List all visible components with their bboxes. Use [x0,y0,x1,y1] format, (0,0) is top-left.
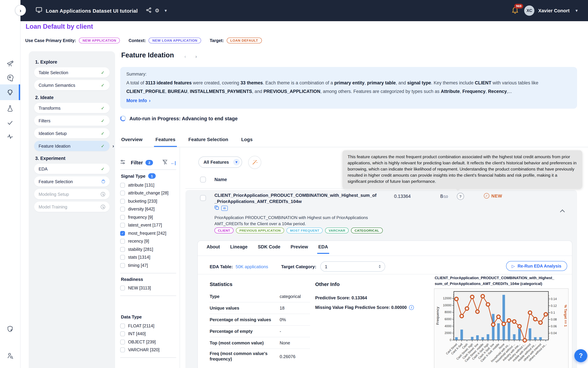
feature-score: 0.13364 [394,194,411,199]
feature-scope-dropdown[interactable]: All Features ▼ [198,156,242,168]
checkbox[interactable] [120,207,125,212]
collapse-panel-icon[interactable]: ←| [170,160,176,165]
filter-option-varchar[interactable]: VARCHAR [320] [120,346,180,354]
filter-option-stability[interactable]: stability [281] [120,245,180,253]
filter-option-most_frequent[interactable]: most_frequent [242] [120,229,180,237]
checkbox[interactable] [120,199,125,204]
sidebar-item-column-semantics[interactable]: Column Semantics [34,80,110,90]
context-badge[interactable]: NEW LOAN APPLICATION [149,37,201,43]
detail-tab-eda[interactable]: EDA [318,244,328,254]
collapse-row-chevron-icon[interactable] [560,209,564,213]
expand-sidebar-button[interactable]: › [15,5,26,16]
filter-option-float[interactable]: FLOAT [2114] [120,322,180,330]
checkbox[interactable] [120,247,125,252]
checkbox[interactable] [120,255,125,260]
svg-text:2000: 2000 [445,331,451,335]
notifications-bell[interactable]: 969 [512,6,521,15]
filter-option-diversity[interactable]: diversity [642] [120,205,180,213]
target-badge[interactable]: LOAN DEFAULT [227,37,262,43]
gear-icon[interactable]: ⚙ [155,8,160,14]
detail-tab-about[interactable]: About [207,244,220,254]
stat-label: Percentage of empty [210,329,280,334]
filter-option-latest_event[interactable]: latest_event [177] [120,221,180,229]
filter-option-new[interactable]: NEW [3113] [120,284,180,292]
filter-option-frequency[interactable]: frequency [9] [120,213,180,221]
filter-option-int[interactable]: INT [440] [120,330,180,338]
stat-value: 18 [280,305,285,311]
user-menu-caret-icon[interactable]: ▼ [575,9,579,13]
checkbox[interactable] [120,239,125,244]
filter-option-label: attribute_change [28] [128,191,169,196]
share-icon[interactable] [146,7,152,14]
sidebar-item-transforms[interactable]: Transforms [34,103,110,113]
nav-section-title: 2. Ideate [35,95,115,100]
checkbox[interactable] [120,231,125,236]
chevron-down-icon[interactable]: ▼ [164,9,168,13]
filter-option-attribute_change[interactable]: attribute_change [28] [120,189,180,197]
context-label: Context: [129,38,146,43]
detail-tab-lineage[interactable]: Lineage [230,244,248,254]
entity-badge[interactable]: NEW APPLICATION [79,37,120,43]
next-step-chevron-icon[interactable]: › [195,54,197,59]
experiment-flask-icon[interactable] [0,101,20,116]
select-all-checkbox[interactable] [200,177,206,183]
sidebar-item-modeling-setup[interactable]: Modeling Setup [34,189,110,199]
filter-option-label: OBJECT [239] [128,340,156,344]
filter-option-stats[interactable]: stats [1314] [120,253,180,261]
filter-option-recency[interactable]: recency [9] [120,237,180,245]
row-checkbox[interactable] [200,195,206,201]
svg-text:0.14: 0.14 [551,297,557,301]
sidebar-item-filters[interactable]: Filters [34,116,110,126]
avatar[interactable]: XC [524,5,535,16]
sidebar-item-ideation-setup[interactable]: Ideation Setup [34,128,110,138]
filter-option-bucketing[interactable]: bucketing [233] [120,197,180,205]
info-icon[interactable]: i [409,305,414,310]
help-question-icon[interactable]: ? [457,193,464,200]
tag-previous-application: PREVIOUS APPLICATION [236,228,284,233]
tab-features[interactable]: Features [156,137,176,147]
filter-option-attribute[interactable]: attribute [131] [120,181,180,189]
ideate-brain-icon[interactable] [0,70,20,85]
tab-overview[interactable]: Overview [121,137,143,147]
sidebar-item-model-training[interactable]: Model Training [34,202,110,212]
monitoring-activity-icon[interactable] [0,129,20,144]
feature-name[interactable]: CLIENT_PriorApplication_PRODUCT_COMBINAT… [214,192,376,205]
detail-tab-preview[interactable]: Preview [291,244,308,254]
checkbox[interactable] [120,348,125,352]
tab-feature-selection[interactable]: Feature Selection [188,137,228,147]
user-search-icon[interactable] [0,348,20,363]
tab-logs[interactable]: Logs [241,137,253,147]
feature-ideation-lightbulb-icon[interactable] [0,85,20,100]
filter-option-timing[interactable]: timing [47] [120,261,180,269]
magic-wand-button[interactable] [248,156,261,169]
explore-telescope-icon[interactable] [0,55,20,70]
sidebar-item-feature-ideation[interactable]: Feature Ideation [34,141,110,151]
prev-step-chevron-icon[interactable]: ‹ [184,54,186,59]
checkbox[interactable] [120,286,125,291]
checkbox[interactable] [120,183,125,188]
id-icon[interactable]: ID [221,205,228,211]
filter-option-label: timing [47] [128,263,148,268]
feature-row[interactable]: CLIENT_PriorApplication_PRODUCT_COMBINAT… [185,190,577,368]
sidebar-item-eda[interactable]: EDA [34,164,110,174]
security-shield-icon[interactable] [0,321,20,336]
checkbox[interactable] [120,215,125,220]
filter-option-object[interactable]: OBJECT [239] [120,338,180,346]
copy-icon[interactable] [214,205,219,211]
eda-table-link[interactable]: 50K applications [236,264,268,269]
checkbox[interactable] [120,263,125,268]
validate-check-icon[interactable] [0,115,20,130]
checkbox[interactable] [120,340,125,344]
more-info-link[interactable]: More Info› [126,98,151,103]
checkbox[interactable] [120,323,125,328]
rerun-eda-button[interactable]: ▷ Re-Run EDA Analysis [506,261,567,271]
help-fab-button[interactable]: ? [574,349,587,362]
checkbox[interactable] [120,223,125,228]
clear-filters-icon[interactable] [162,159,168,166]
checkbox[interactable] [120,331,125,336]
sidebar-item-table-selection[interactable]: Table Selection [34,67,110,78]
target-category-select[interactable]: 1 [321,261,385,272]
checkbox[interactable] [120,191,125,196]
detail-tab-sdk-code[interactable]: SDK Code [258,244,280,254]
sidebar-item-feature-selection[interactable]: Feature Selection [34,176,110,187]
